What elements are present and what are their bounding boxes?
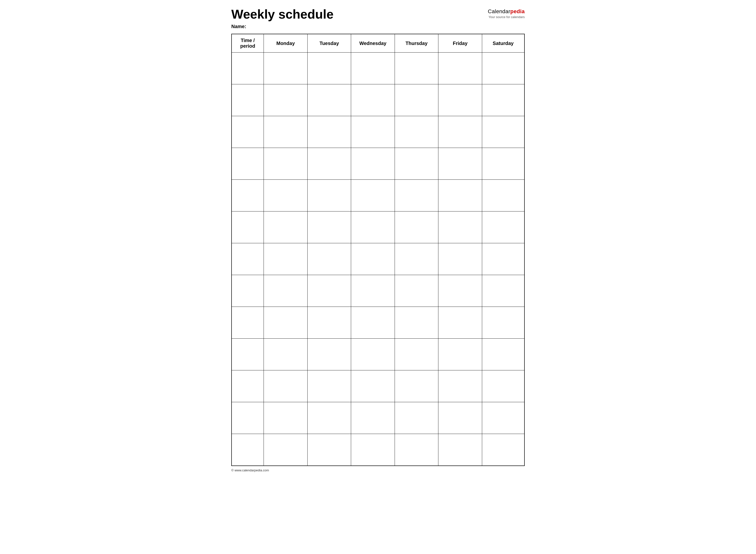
table-cell[interactable] — [264, 53, 308, 85]
table-cell[interactable] — [307, 434, 351, 466]
table-cell[interactable] — [307, 212, 351, 243]
table-cell[interactable] — [231, 180, 264, 212]
table-cell[interactable] — [395, 243, 438, 275]
table-cell[interactable] — [395, 275, 438, 307]
table-cell[interactable] — [351, 212, 395, 243]
table-cell[interactable] — [351, 434, 395, 466]
table-cell[interactable] — [264, 85, 308, 116]
table-cell[interactable] — [395, 212, 438, 243]
table-cell[interactable] — [482, 370, 525, 402]
table-cell[interactable] — [395, 85, 438, 116]
table-cell[interactable] — [307, 402, 351, 434]
table-cell[interactable] — [351, 275, 395, 307]
table-cell[interactable] — [395, 148, 438, 180]
table-cell[interactable] — [395, 116, 438, 148]
table-row — [231, 402, 525, 434]
table-cell[interactable] — [395, 434, 438, 466]
table-cell[interactable] — [395, 53, 438, 85]
table-cell[interactable] — [307, 180, 351, 212]
table-cell[interactable] — [438, 85, 482, 116]
table-cell[interactable] — [307, 370, 351, 402]
table-cell[interactable] — [264, 148, 308, 180]
table-cell[interactable] — [231, 370, 264, 402]
page-title: Weekly schedule — [231, 7, 333, 21]
table-cell[interactable] — [438, 180, 482, 212]
table-cell[interactable] — [231, 53, 264, 85]
table-cell[interactable] — [438, 212, 482, 243]
table-cell[interactable] — [395, 370, 438, 402]
table-cell[interactable] — [231, 402, 264, 434]
table-cell[interactable] — [482, 339, 525, 370]
table-cell[interactable] — [482, 85, 525, 116]
table-cell[interactable] — [351, 116, 395, 148]
table-row — [231, 243, 525, 275]
table-cell[interactable] — [438, 116, 482, 148]
table-cell[interactable] — [231, 116, 264, 148]
table-cell[interactable] — [264, 212, 308, 243]
table-cell[interactable] — [351, 307, 395, 339]
table-cell[interactable] — [307, 148, 351, 180]
table-cell[interactable] — [395, 339, 438, 370]
table-cell[interactable] — [264, 434, 308, 466]
table-cell[interactable] — [231, 434, 264, 466]
table-cell[interactable] — [264, 116, 308, 148]
schedule-table: Time / period Monday Tuesday Wednesday T… — [231, 34, 525, 466]
table-cell[interactable] — [351, 180, 395, 212]
table-cell[interactable] — [231, 85, 264, 116]
table-cell[interactable] — [351, 370, 395, 402]
table-cell[interactable] — [482, 212, 525, 243]
table-cell[interactable] — [264, 275, 308, 307]
table-cell[interactable] — [231, 212, 264, 243]
table-cell[interactable] — [264, 339, 308, 370]
table-cell[interactable] — [231, 307, 264, 339]
table-cell[interactable] — [438, 243, 482, 275]
table-cell[interactable] — [438, 148, 482, 180]
table-cell[interactable] — [482, 402, 525, 434]
col-tuesday: Tuesday — [307, 34, 351, 53]
table-cell[interactable] — [395, 307, 438, 339]
table-cell[interactable] — [351, 339, 395, 370]
table-cell[interactable] — [231, 148, 264, 180]
table-cell[interactable] — [438, 339, 482, 370]
table-cell[interactable] — [307, 53, 351, 85]
table-cell[interactable] — [307, 116, 351, 148]
table-cell[interactable] — [482, 275, 525, 307]
table-cell[interactable] — [438, 434, 482, 466]
schedule-body — [231, 53, 525, 466]
table-cell[interactable] — [264, 243, 308, 275]
table-cell[interactable] — [351, 243, 395, 275]
table-cell[interactable] — [264, 370, 308, 402]
table-cell[interactable] — [482, 53, 525, 85]
table-cell[interactable] — [395, 180, 438, 212]
table-cell[interactable] — [482, 434, 525, 466]
table-cell[interactable] — [351, 402, 395, 434]
table-cell[interactable] — [438, 275, 482, 307]
table-cell[interactable] — [482, 116, 525, 148]
table-cell[interactable] — [307, 243, 351, 275]
table-cell[interactable] — [351, 53, 395, 85]
table-cell[interactable] — [438, 53, 482, 85]
table-cell[interactable] — [482, 243, 525, 275]
table-cell[interactable] — [438, 307, 482, 339]
table-row — [231, 116, 525, 148]
table-cell[interactable] — [395, 402, 438, 434]
table-cell[interactable] — [307, 85, 351, 116]
table-cell[interactable] — [307, 339, 351, 370]
table-cell[interactable] — [307, 275, 351, 307]
table-cell[interactable] — [231, 243, 264, 275]
table-cell[interactable] — [264, 402, 308, 434]
table-cell[interactable] — [264, 307, 308, 339]
col-thursday: Thursday — [395, 34, 438, 53]
table-cell[interactable] — [438, 370, 482, 402]
table-cell[interactable] — [351, 85, 395, 116]
logo-calendar-part: Calendar — [488, 8, 510, 14]
table-cell[interactable] — [351, 148, 395, 180]
table-cell[interactable] — [231, 275, 264, 307]
table-cell[interactable] — [482, 148, 525, 180]
table-cell[interactable] — [231, 339, 264, 370]
table-cell[interactable] — [482, 180, 525, 212]
table-cell[interactable] — [482, 307, 525, 339]
table-cell[interactable] — [264, 180, 308, 212]
table-cell[interactable] — [438, 402, 482, 434]
table-cell[interactable] — [307, 307, 351, 339]
